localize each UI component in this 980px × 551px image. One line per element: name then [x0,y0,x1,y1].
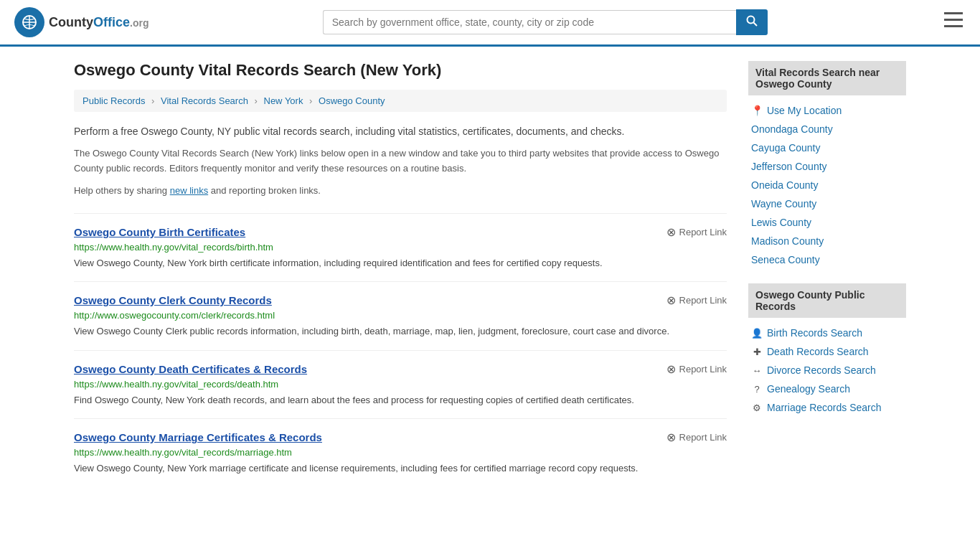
intro3-prefix: Help others by sharing [74,185,170,196]
logo-icon [14,7,44,37]
svg-point-4 [747,17,754,24]
intro3-suffix: and reporting broken links. [208,185,321,196]
genealogy-icon: ? [751,384,763,395]
breadcrumb-vital-records[interactable]: Vital Records Search [161,95,248,106]
content: Oswego County Vital Records Search (New … [74,61,727,487]
marriage-records-icon: ⚙ [751,402,763,413]
new-links-link[interactable]: new links [170,185,208,196]
record-item-2: Oswego County Death Certificates & Recor… [74,350,727,419]
logo-area: CountyOffice.org [14,7,149,37]
record-url-0[interactable]: https://www.health.ny.gov/vital_records/… [74,242,727,253]
svg-rect-7 [944,19,963,21]
sidebar-public-records-section: Oswego County Public Records 👤 Birth Rec… [748,283,906,417]
birth-records-icon: 👤 [751,328,763,339]
svg-rect-6 [944,12,963,14]
record-url-2[interactable]: https://www.health.ny.gov/vital_records/… [74,379,727,390]
record-item-header-0: Oswego County Birth Certificates ⊗ Repor… [74,225,727,239]
record-title-0[interactable]: Oswego County Birth Certificates [74,226,245,238]
sidebar-public-records-header: Oswego County Public Records [748,283,906,318]
sidebar-marriage-records[interactable]: ⚙ Marriage Records Search [748,398,906,417]
record-title-1[interactable]: Oswego County Clerk County Records [74,294,272,306]
record-item-header-1: Oswego County Clerk County Records ⊗ Rep… [74,293,727,307]
sidebar-county-6[interactable]: Madison County [748,232,906,250]
svg-line-5 [753,23,757,27]
breadcrumb-sep1: › [151,95,154,106]
sidebar-county-4[interactable]: Wayne County [748,194,906,213]
sidebar-nearby-section: Vital Records Search near Oswego County … [748,61,906,269]
sidebar-county-3[interactable]: Oneida County [748,176,906,194]
report-icon-2: ⊗ [666,362,676,376]
sidebar: Vital Records Search near Oswego County … [748,61,906,487]
record-desc-1: View Oswego County Clerk public records … [74,324,727,339]
death-records-icon: ✚ [751,347,763,357]
record-item-1: Oswego County Clerk County Records ⊗ Rep… [74,281,727,350]
record-item-0: Oswego County Birth Certificates ⊗ Repor… [74,213,727,282]
record-item-header-3: Oswego County Marriage Certificates & Re… [74,430,727,444]
main-container: Oswego County Vital Records Search (New … [60,47,920,501]
report-link-2[interactable]: ⊗ Report Link [666,362,727,376]
intro-paragraph-2: The Oswego County Vital Records Search (… [74,146,727,176]
report-link-0[interactable]: ⊗ Report Link [666,225,727,239]
report-label-0: Report Link [679,227,727,237]
record-desc-3: View Oswego County, New York marriage ce… [74,461,727,476]
report-icon-3: ⊗ [666,430,676,444]
report-icon-1: ⊗ [666,293,676,307]
search-input[interactable] [323,10,736,34]
sidebar-genealogy[interactable]: ? Genealogy Search [748,380,906,398]
record-item-header-2: Oswego County Death Certificates & Recor… [74,362,727,376]
sidebar-county-2[interactable]: Jefferson County [748,157,906,176]
record-url-1[interactable]: http://www.oswegocounty.com/clerk/record… [74,310,727,321]
report-label-1: Report Link [679,295,727,306]
record-title-3[interactable]: Oswego County Marriage Certificates & Re… [74,431,322,443]
record-url-3[interactable]: https://www.health.ny.gov/vital_records/… [74,447,727,458]
breadcrumb: Public Records › Vital Records Search › … [74,90,727,112]
sidebar-county-7[interactable]: Seneca County [748,250,906,269]
pin-icon: 📍 [751,105,763,116]
header: CountyOffice.org [0,0,980,47]
logo-text: CountyOffice.org [49,15,149,29]
records-list: Oswego County Birth Certificates ⊗ Repor… [74,213,727,487]
report-label-2: Report Link [679,364,727,375]
sidebar-county-1[interactable]: Cayuga County [748,138,906,157]
intro-paragraph-1: Perform a free Oswego County, NY public … [74,123,727,139]
intro-paragraph-3: Help others by sharing new links and rep… [74,184,727,199]
search-button[interactable] [736,9,768,35]
breadcrumb-oswego-county[interactable]: Oswego County [319,95,385,106]
menu-button[interactable] [941,9,966,35]
breadcrumb-public-records[interactable]: Public Records [83,95,145,106]
page-title: Oswego County Vital Records Search (New … [74,61,727,80]
report-icon-0: ⊗ [666,225,676,239]
breadcrumb-sep3: › [309,95,312,106]
breadcrumb-new-york[interactable]: New York [264,95,303,106]
breadcrumb-sep2: › [255,95,258,106]
sidebar-divorce-records[interactable]: ↔ Divorce Records Search [748,361,906,380]
search-area [323,9,768,35]
use-location-item[interactable]: 📍 Use My Location [748,101,906,120]
sidebar-nearby-header: Vital Records Search near Oswego County [748,61,906,95]
sidebar-county-0[interactable]: Onondaga County [748,120,906,138]
record-title-2[interactable]: Oswego County Death Certificates & Recor… [74,363,307,375]
report-link-1[interactable]: ⊗ Report Link [666,293,727,307]
sidebar-death-records[interactable]: ✚ Death Records Search [748,342,906,361]
record-desc-0: View Oswego County, New York birth certi… [74,256,727,270]
use-location-link[interactable]: Use My Location [767,105,842,116]
sidebar-county-5[interactable]: Lewis County [748,213,906,232]
sidebar-birth-records[interactable]: 👤 Birth Records Search [748,324,906,342]
svg-rect-8 [944,25,963,27]
report-label-3: Report Link [679,432,727,443]
divorce-records-icon: ↔ [751,365,763,376]
record-desc-2: Find Oswego County, New York death recor… [74,393,727,408]
report-link-3[interactable]: ⊗ Report Link [666,430,727,444]
record-item-3: Oswego County Marriage Certificates & Re… [74,418,727,487]
